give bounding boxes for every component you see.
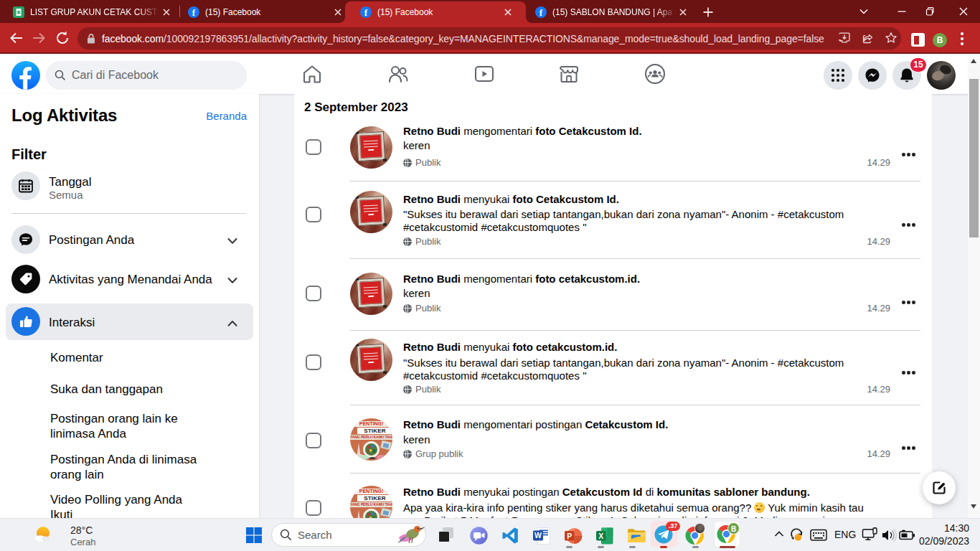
svg-text:P: P [567,532,572,540]
svg-text:W: W [534,531,542,540]
svg-text:X: X [598,532,603,540]
